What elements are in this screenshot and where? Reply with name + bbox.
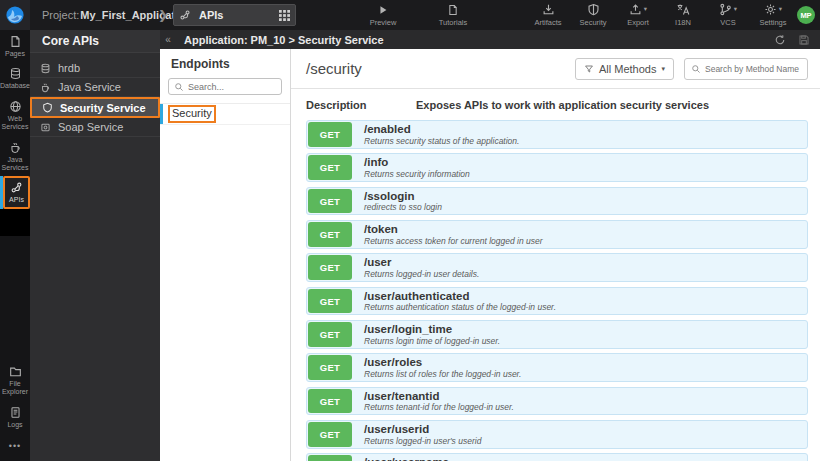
grid-icon[interactable] [273,10,295,21]
endpoint-description: Returns logged-in user's userid [364,436,481,446]
api-endpoint-row[interactable]: GET /user/authenticated Returns authenti… [306,287,808,316]
chevron-right-icon: ❯ [158,0,168,30]
collapse-panel-icon[interactable]: « [160,34,176,45]
topbar-item[interactable]: ▾ Export [621,3,655,27]
endpoint-description: Returns tenant-id for the logged-in user… [364,402,514,412]
workspace-selector[interactable]: APIs [173,4,296,26]
left-navigation-rail: Pages Databases Web Services Java Servic… [0,30,30,461]
method-badge: GET [308,355,352,380]
core-api-item[interactable]: hrdb [30,59,160,78]
database-icon [40,62,52,74]
api-endpoint-row[interactable]: GET /ssologin redirects to sso login [306,187,808,216]
method-search-input[interactable] [705,64,801,74]
logs-icon [9,406,22,419]
api-endpoint-row[interactable]: GET /user/login_time Returns login time … [306,320,808,349]
core-api-item[interactable]: Soap Service [30,118,160,137]
topbar-item[interactable]: ▾ Settings [756,3,790,27]
method-badge: GET [308,155,352,180]
artifacts-icon [542,3,555,16]
project-prefix: Project: [42,9,79,21]
endpoints-search-input[interactable] [188,82,276,92]
endpoints-search[interactable] [168,78,282,95]
topbar-item-label: Settings [759,18,786,27]
rail-item[interactable]: Pages [0,30,30,62]
more-options-icon[interactable]: ••• [9,433,21,461]
method-search[interactable] [684,58,808,80]
user-avatar[interactable]: MP [797,6,815,24]
rail-item[interactable]: APIs [3,176,30,208]
settings-icon [764,3,777,16]
security-shield-icon [587,3,600,16]
header-actions [774,34,820,46]
method-badge: GET [308,322,352,347]
api-endpoint-row[interactable]: GET /user Returns logged-in user details… [306,253,808,282]
core-api-item[interactable]: Java Service [30,78,160,97]
databases-icon [9,67,22,80]
topbar-item[interactable]: ▾ I18N [666,3,700,27]
topbar-item[interactable]: ▾ Preview [366,0,400,30]
breadcrumb: Application: PM_10 > Security Service [184,34,774,46]
description-label: Description [306,99,416,111]
api-endpoint-row[interactable]: GET /user/username Returns logged-in use… [306,453,808,461]
endpoint-text: /user/roles Returns list of roles for th… [352,355,521,380]
rail-item[interactable]: Logs [0,401,30,433]
endpoints-title: Endpoints [160,49,290,78]
endpoint-path: /user [364,256,479,269]
endpoint-text: /user/login_time Returns login time of l… [352,322,500,347]
rail-item-label: APIs [5,196,29,204]
endpoint-text: /user/username Returns logged-in user's … [352,455,496,461]
topbar-item-label: VCS [720,18,735,27]
rail-item[interactable]: Java Services [0,136,30,177]
method-badge: GET [308,255,352,280]
api-endpoint-row[interactable]: GET /token Returns access token for curr… [306,220,808,249]
api-endpoint-row[interactable]: GET /info Returns security information [306,153,808,182]
rail-item[interactable]: File Explorer [0,360,30,401]
endpoint-text: /user/userid Returns logged-in user's us… [352,422,481,447]
endpoint-text: /user Returns logged-in user details. [352,255,479,280]
endpoint-description: Returns security information [364,169,470,179]
methods-filter-dropdown[interactable]: All Methods ▾ [575,58,674,80]
endpoint-description: Returns login time of logged-in user. [364,336,500,346]
method-badge: GET [308,422,352,447]
refresh-icon[interactable] [774,34,786,46]
api-endpoint-row[interactable]: GET /enabled Returns security status of … [306,120,808,149]
api-endpoint-row[interactable]: GET /user/roles Returns list of roles fo… [306,353,808,382]
endpoint-text: /user/authenticated Returns authenticati… [352,289,556,314]
project-label: Project:My_First_Application [42,0,192,30]
endpoint-path: /user/userid [364,423,481,436]
methods-filter-label: All Methods [599,63,656,75]
search-icon [691,64,701,74]
endpoint-text: /ssologin redirects to sso login [352,189,442,214]
service-header: /security All Methods ▾ [291,49,820,89]
api-endpoint-row[interactable]: GET /user/tenantid Returns tenant-id for… [306,387,808,416]
rail-item[interactable]: Web Services [0,95,30,136]
topbar-item-label: Security [579,18,606,27]
topbar-item[interactable]: ▾ Tutorials [436,0,470,30]
rail-item-label: File Explorer [0,380,30,397]
topbar-item[interactable]: ▾ Artifacts [531,3,565,27]
core-api-item[interactable]: Security Service [30,97,160,118]
api-endpoint-row[interactable]: GET /user/userid Returns logged-in user'… [306,420,808,449]
endpoint-path: /token [364,223,543,236]
rail-item[interactable]: Databases [0,62,30,94]
vcs-icon [719,3,732,16]
save-icon[interactable] [798,34,810,46]
topbar-item-label: Tutorials [439,18,467,27]
endpoint-description: Returns security status of the applicati… [364,136,519,146]
endpoint-list-item-label: Security [168,105,216,122]
java-services-icon [9,141,22,154]
method-badge: GET [308,189,352,214]
topbar-right-group: ▾ Artifacts ▾ Security ▾ Export ▾ I18N ▾… [531,0,790,30]
rail-gap [0,209,30,236]
search-icon [174,82,184,92]
topbar-item[interactable]: ▾ VCS [711,3,745,27]
rail-item-label: Web Services [0,115,30,132]
endpoint-description: Returns access token for current logged … [364,236,543,246]
endpoint-description: Returns list of roles for the logged-in … [364,369,521,379]
java-icon [40,81,52,93]
endpoint-list-item[interactable]: Security [160,104,290,125]
app-logo[interactable] [0,0,30,30]
caret-down-icon: ▾ [661,65,665,73]
topbar-item[interactable]: ▾ Security [576,3,610,27]
endpoint-path: /info [364,156,470,169]
